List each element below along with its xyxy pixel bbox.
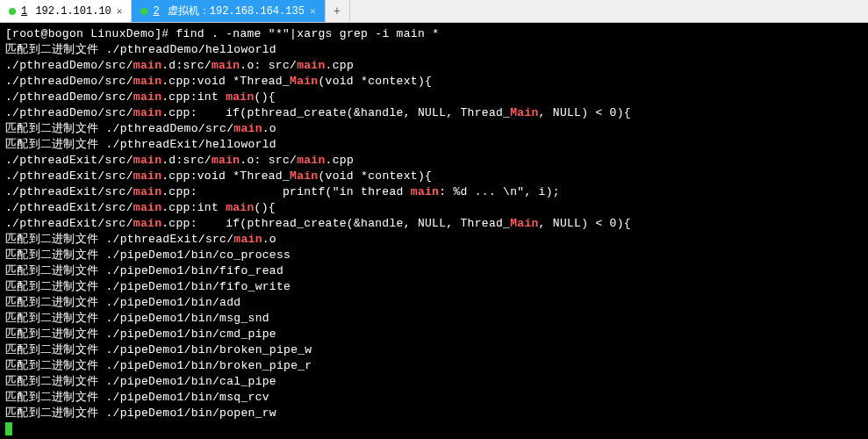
- new-tab-button[interactable]: +: [326, 0, 350, 22]
- output-line: 匹配到二进制文件 ./pthreadExit/src/main.o: [5, 232, 863, 248]
- output-line: ./pthreadDemo/src/main.cpp:int main(){: [5, 90, 863, 105]
- output-line: 匹配到二进制文件 ./pipeDemo1/bin/cal_pipe: [5, 374, 863, 390]
- prompt-host: bogon: [48, 27, 84, 40]
- output-line: ./pthreadDemo/src/main.cpp: if(pthread_c…: [5, 105, 863, 121]
- tab-label: 1 192.1.101.10: [21, 5, 111, 18]
- output-line: ./pthreadExit/src/main.d:src/main.o: src…: [5, 153, 863, 169]
- output-line: 匹配到二进制文件 ./pipeDemo1/bin/broken_pipe_r: [5, 358, 863, 374]
- close-icon[interactable]: ✕: [310, 5, 316, 17]
- output-line: 匹配到二进制文件 ./pipeDemo1/bin/fifo_read: [5, 263, 863, 279]
- terminal[interactable]: [root@bogon LinuxDemo]# find . -name "*"…: [0, 23, 868, 439]
- close-icon[interactable]: ✕: [117, 5, 123, 17]
- tab-1[interactable]: 1 192.1.101.10 ✕: [0, 0, 132, 22]
- prompt-cwd: LinuxDemo: [90, 27, 154, 40]
- cursor-line: [5, 421, 863, 437]
- output-line: 匹配到二进制文件 ./pthreadDemo/src/main.o: [5, 121, 863, 137]
- output-line: 匹配到二进制文件 ./pipeDemo1/bin/broken_pipe_w: [5, 342, 863, 358]
- output-line: 匹配到二进制文件 ./pipeDemo1/bin/msq_rcv: [5, 390, 863, 406]
- cursor-icon: [5, 422, 12, 435]
- output-line: 匹配到二进制文件 ./pipeDemo1/bin/cmd_pipe: [5, 327, 863, 342]
- output-line: ./pthreadExit/src/main.cpp: printf("in t…: [5, 184, 863, 200]
- prompt-user: root: [12, 27, 40, 40]
- output-line: ./pthreadExit/src/main.cpp:void *Thread_…: [5, 169, 863, 184]
- output-line: ./pthreadDemo/src/main.cpp:void *Thread_…: [5, 74, 863, 90]
- tab-bar: 1 192.1.101.10 ✕ 2 虚拟机：192.168.164.135 ✕…: [0, 0, 868, 23]
- output-line: 匹配到二进制文件 ./pthreadDemo/helloworld: [5, 42, 863, 58]
- command-text: find . -name "*"|xargs grep -i main *: [176, 27, 439, 40]
- status-dot-icon: [140, 8, 147, 15]
- status-dot-icon: [9, 8, 16, 15]
- output-line: 匹配到二进制文件 ./pthreadExit/helloworld: [5, 137, 863, 153]
- output-line: ./pthreadExit/src/main.cpp:int main(){: [5, 200, 863, 216]
- output-line: 匹配到二进制文件 ./pipeDemo1/bin/msg_snd: [5, 311, 863, 327]
- tab-2[interactable]: 2 虚拟机：192.168.164.135 ✕: [132, 0, 325, 22]
- output-line: 匹配到二进制文件 ./pipeDemo1/bin/popen_rw: [5, 406, 863, 421]
- prompt-line: [root@bogon LinuxDemo]# find . -name "*"…: [5, 26, 863, 42]
- output-line: ./pthreadExit/src/main.cpp: if(pthread_c…: [5, 216, 863, 232]
- output-line: 匹配到二进制文件 ./pipeDemo1/bin/co_process: [5, 248, 863, 263]
- output-line: 匹配到二进制文件 ./pipeDemo1/bin/fifo_write: [5, 279, 863, 295]
- tab-label: 2 虚拟机：192.168.164.135: [153, 4, 304, 18]
- output-line: ./pthreadDemo/src/main.d:src/main.o: src…: [5, 58, 863, 74]
- output-line: 匹配到二进制文件 ./pipeDemo1/bin/add: [5, 295, 863, 311]
